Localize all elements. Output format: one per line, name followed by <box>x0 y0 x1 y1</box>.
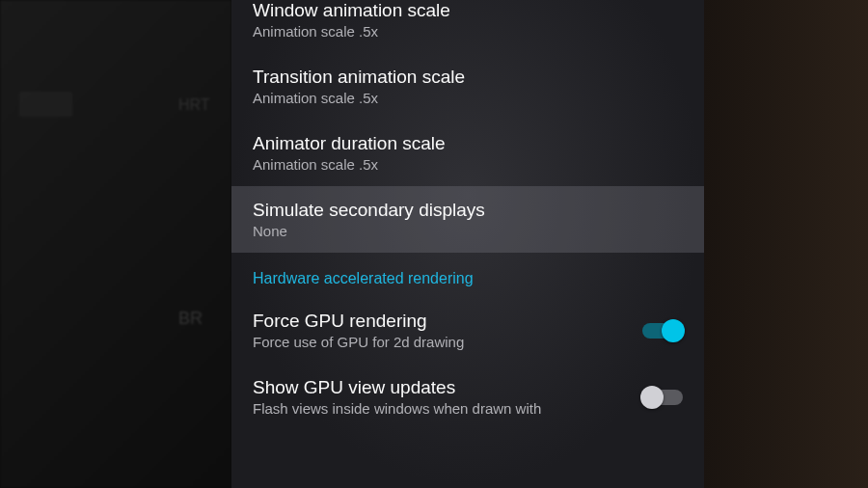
setting-transition-animation-scale[interactable]: Transition animation scale Animation sca… <box>231 53 704 120</box>
toggle-knob <box>640 386 664 409</box>
setting-force-gpu-rendering[interactable]: Force GPU rendering Force use of GPU for… <box>231 297 704 364</box>
toggle-knob <box>662 319 685 342</box>
setting-simulate-secondary-displays[interactable]: Simulate secondary displays None <box>231 186 704 253</box>
setting-title: Window animation scale <box>253 0 683 21</box>
setting-text: Force GPU rendering Force use of GPU for… <box>253 311 631 350</box>
br-label-blur: BR <box>178 309 203 329</box>
section-header-hardware-rendering: Hardware accelerated rendering <box>231 253 704 297</box>
setting-subtitle: Animation scale .5x <box>253 23 683 40</box>
setting-title: Force GPU rendering <box>253 311 631 332</box>
youtube-tile-blur <box>19 92 72 117</box>
setting-show-gpu-view-updates[interactable]: Show GPU view updates Flash views inside… <box>231 364 704 430</box>
setting-subtitle: Animation scale .5x <box>253 90 683 106</box>
setting-window-animation-scale[interactable]: Window animation scale Animation scale .… <box>231 0 704 53</box>
setting-subtitle: None <box>253 223 683 239</box>
setting-title: Simulate secondary displays <box>253 200 683 221</box>
setting-animator-duration-scale[interactable]: Animator duration scale Animation scale … <box>231 120 704 186</box>
setting-subtitle: Flash views inside windows when drawn wi… <box>253 400 631 417</box>
background-launcher: HRT BR <box>0 0 231 488</box>
screen-bezel-right <box>704 0 868 488</box>
toggle-force-gpu-rendering[interactable] <box>642 323 683 339</box>
setting-subtitle: Animation scale .5x <box>253 156 683 173</box>
hrt-label-blur: HRT <box>178 96 210 114</box>
setting-title: Show GPU view updates <box>253 377 631 398</box>
section-header-text: Hardware accelerated rendering <box>253 270 683 287</box>
setting-subtitle: Force use of GPU for 2d drawing <box>253 334 631 350</box>
setting-text: Show GPU view updates Flash views inside… <box>253 377 631 417</box>
setting-title: Animator duration scale <box>253 133 683 154</box>
developer-options-panel: Window animation scale Animation scale .… <box>231 0 704 488</box>
setting-title: Transition animation scale <box>253 67 683 88</box>
toggle-show-gpu-view-updates[interactable] <box>642 390 683 405</box>
